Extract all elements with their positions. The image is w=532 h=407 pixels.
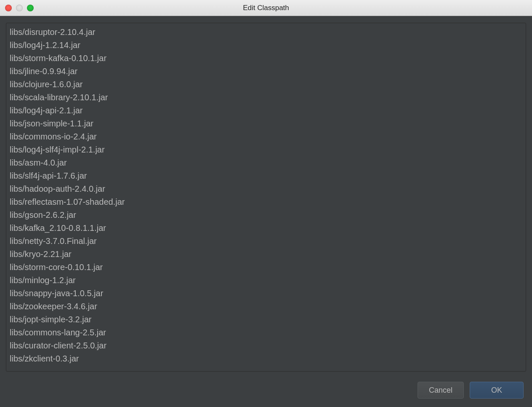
list-item[interactable]: libs/slf4j-api-1.7.6.jar — [10, 169, 522, 182]
minimize-icon[interactable] — [16, 5, 23, 11]
window-title: Edit Classpath — [243, 4, 289, 12]
list-item[interactable]: libs/curator-client-2.5.0.jar — [10, 339, 522, 352]
close-icon[interactable] — [5, 5, 12, 11]
list-item[interactable]: libs/commons-io-2.4.jar — [10, 130, 522, 143]
classpath-scroll[interactable]: libs/disruptor-2.10.4.jarlibs/log4j-1.2.… — [6, 23, 526, 371]
list-item[interactable]: libs/kryo-2.21.jar — [10, 248, 522, 261]
list-item[interactable]: libs/commons-lang-2.5.jar — [10, 326, 522, 339]
dialog-content: libs/disruptor-2.10.4.jarlibs/log4j-1.2.… — [0, 16, 532, 407]
list-item[interactable]: libs/zookeeper-3.4.6.jar — [10, 300, 522, 313]
window-titlebar: Edit Classpath — [0, 0, 532, 16]
list-item[interactable]: libs/reflectasm-1.07-shaded.jar — [10, 195, 522, 209]
list-item[interactable]: libs/zkclient-0.3.jar — [10, 352, 522, 365]
list-item[interactable]: libs/log4j-1.2.14.jar — [10, 39, 522, 52]
list-item[interactable]: libs/storm-core-0.10.1.jar — [10, 261, 522, 274]
ok-button[interactable]: OK — [470, 382, 524, 399]
list-item[interactable]: libs/storm-kafka-0.10.1.jar — [10, 52, 522, 65]
classpath-listbox[interactable]: libs/disruptor-2.10.4.jarlibs/log4j-1.2.… — [6, 23, 526, 372]
window-controls — [5, 5, 34, 11]
list-item[interactable]: libs/snappy-java-1.0.5.jar — [10, 287, 522, 300]
list-item[interactable]: libs/asm-4.0.jar — [10, 156, 522, 169]
zoom-icon[interactable] — [27, 5, 34, 11]
list-item[interactable]: libs/scala-library-2.10.1.jar — [10, 91, 522, 104]
list-item[interactable]: libs/log4j-slf4j-impl-2.1.jar — [10, 143, 522, 156]
cancel-button[interactable]: Cancel — [418, 382, 464, 399]
list-item[interactable]: libs/jline-0.9.94.jar — [10, 65, 522, 78]
list-item[interactable]: libs/kafka_2.10-0.8.1.1.jar — [10, 222, 522, 235]
list-item[interactable]: libs/minlog-1.2.jar — [10, 274, 522, 287]
list-item[interactable]: libs/log4j-api-2.1.jar — [10, 104, 522, 117]
list-item[interactable]: libs/netty-3.7.0.Final.jar — [10, 235, 522, 248]
list-item[interactable]: libs/disruptor-2.10.4.jar — [10, 26, 522, 39]
list-item[interactable]: libs/hadoop-auth-2.4.0.jar — [10, 182, 522, 195]
dialog-buttons: Cancel OK — [6, 372, 526, 401]
list-item[interactable]: libs/gson-2.6.2.jar — [10, 209, 522, 222]
list-item[interactable]: libs/clojure-1.6.0.jar — [10, 78, 522, 91]
list-item[interactable]: libs/json-simple-1.1.jar — [10, 117, 522, 130]
list-item[interactable]: libs/jopt-simple-3.2.jar — [10, 313, 522, 326]
